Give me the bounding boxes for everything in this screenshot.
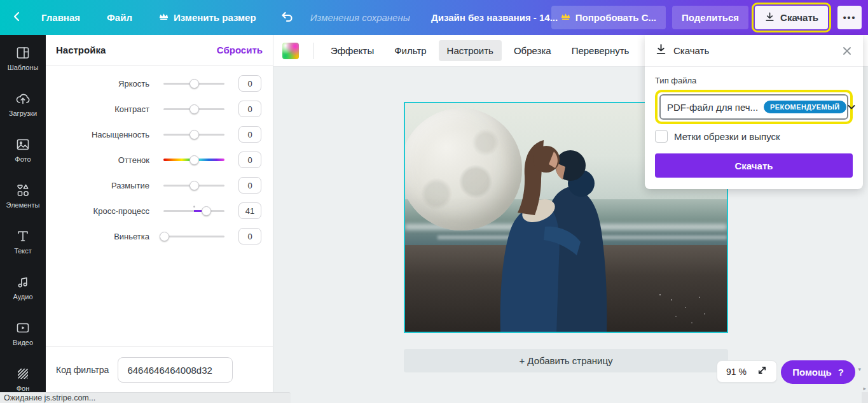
slider-row: Оттенок 0 <box>46 147 273 173</box>
close-icon[interactable] <box>841 45 853 57</box>
chevron-down-icon <box>846 102 857 112</box>
slider-label: Размытие <box>46 181 149 190</box>
slider[interactable] <box>163 206 224 216</box>
tab-crop[interactable]: Обрезка <box>506 40 560 61</box>
sidebar-item-text[interactable]: Текст <box>0 218 46 264</box>
slider-thumb[interactable] <box>189 79 199 88</box>
download-panel-header: Скачать <box>645 35 863 67</box>
file-menu-button[interactable]: Файл <box>93 0 146 35</box>
slider[interactable] <box>163 231 224 241</box>
adjust-panel: Настройка Сбросить Яркость 0 Контраст 0 … <box>46 35 273 393</box>
uploads-icon <box>15 91 31 106</box>
browser-status: Ожидание js.stripe.com... <box>0 392 291 403</box>
tab-adjust[interactable]: Настроить <box>439 40 502 61</box>
color-swatch[interactable] <box>282 43 299 59</box>
download-button[interactable]: Скачать <box>755 6 828 29</box>
more-options-button[interactable]: ••• <box>837 6 862 29</box>
resize-button[interactable]: Изменить размер <box>146 0 270 35</box>
slider-value[interactable]: 0 <box>238 152 261 168</box>
file-type-value: PDF-файл для печ... <box>667 102 758 113</box>
sidebar-item-photos[interactable]: Фото <box>0 127 46 173</box>
sidebar-item-audio[interactable]: Аудио <box>0 264 46 310</box>
recommended-badge: РЕКОМЕНДУЕМЫЙ <box>764 101 846 113</box>
slider-thumb[interactable] <box>202 206 211 216</box>
filter-code-label: Код фильтра <box>56 365 109 375</box>
adjust-panel-header: Настройка Сбросить <box>46 35 273 66</box>
slider-label: Насыщенность <box>46 130 149 139</box>
back-button[interactable] <box>11 0 28 35</box>
slider[interactable] <box>163 155 224 165</box>
slider[interactable] <box>163 129 224 139</box>
slider-origin-dot <box>193 206 195 208</box>
crown-icon <box>561 12 570 23</box>
scroll-right-arrow[interactable]: ▸ <box>863 385 866 392</box>
slider-label: Яркость <box>46 79 149 88</box>
file-type-select[interactable]: PDF-файл для печ... РЕКОМЕНДУЕМЫЙ <box>659 94 848 120</box>
slider-row: Насыщенность 0 <box>46 122 273 147</box>
video-icon <box>15 320 31 336</box>
help-button[interactable]: Помощь ? <box>781 360 855 384</box>
background-icon <box>15 366 31 381</box>
divider <box>313 43 313 59</box>
sliders: Яркость 0 Контраст 0 Насыщенность 0 <box>46 66 273 249</box>
fullscreen-icon[interactable] <box>757 365 768 378</box>
panel-title: Настройка <box>56 45 106 55</box>
photos-icon <box>15 137 31 152</box>
slider[interactable] <box>163 78 224 88</box>
slider-track[interactable] <box>163 236 224 237</box>
sidebar-item-elements[interactable]: Элементы <box>0 173 46 218</box>
photo-couple <box>483 130 623 333</box>
slider-thumb[interactable] <box>189 104 199 114</box>
tab-filter[interactable]: Фильтр <box>386 40 434 61</box>
filter-code-input[interactable] <box>118 357 233 383</box>
download-icon <box>764 11 775 24</box>
tab-flip[interactable]: Перевернуть <box>563 40 638 61</box>
question-mark: ? <box>838 367 844 378</box>
save-status: Изменения сохранены <box>310 12 410 23</box>
topbar-left: Главная Файл Изменить размер Изменения с… <box>0 0 410 35</box>
slider-value[interactable]: 0 <box>238 228 261 244</box>
filter-code-row: Код фильтра <box>46 346 273 393</box>
sidebar-item-video[interactable]: Видео <box>0 310 46 356</box>
topbar-right: Попробовать С... Поделиться Скачать ••• <box>551 0 862 35</box>
slider[interactable] <box>163 104 224 114</box>
slider-thumb[interactable] <box>189 130 199 139</box>
slider-thumb[interactable] <box>189 181 199 190</box>
add-page-button[interactable]: + Добавить страницу <box>404 349 728 372</box>
slider-value[interactable]: 0 <box>238 177 261 194</box>
zoom-control: 91 % <box>717 360 777 383</box>
slider-row: Кросс-процесс 41 <box>46 198 273 223</box>
sidebar-item-templates[interactable]: Шаблоны <box>0 35 46 81</box>
undo-button[interactable] <box>280 10 294 25</box>
slider-row: Контраст 0 <box>46 96 273 122</box>
reset-link[interactable]: Сбросить <box>217 45 263 55</box>
slider-thumb[interactable] <box>160 232 169 241</box>
more-icon: ••• <box>843 13 857 23</box>
download-confirm-button[interactable]: Скачать <box>655 153 853 178</box>
topbar: Главная Файл Изменить размер Изменения с… <box>0 0 868 35</box>
slider-value[interactable]: 0 <box>238 75 261 92</box>
slider-value[interactable]: 41 <box>238 202 261 219</box>
crop-marks-checkbox[interactable] <box>655 130 668 143</box>
share-button[interactable]: Поделиться <box>672 6 748 29</box>
tab-effects[interactable]: Эффекты <box>322 40 382 61</box>
zoom-level[interactable]: 91 % <box>726 367 747 377</box>
slider-row: Виньетка 0 <box>46 223 273 249</box>
try-pro-button[interactable]: Попробовать С... <box>551 6 666 29</box>
slider-row: Яркость 0 <box>46 71 273 96</box>
sidebar-item-background[interactable]: Фон <box>0 356 46 393</box>
crop-marks-option[interactable]: Метки обрезки и выпуск <box>655 130 853 143</box>
slider[interactable] <box>163 180 224 190</box>
slider-thumb[interactable] <box>189 155 199 165</box>
download-panel: Скачать Тип файла PDF-файл для печ... РЕ… <box>645 35 863 189</box>
scroll-down-arrow[interactable]: ▾ <box>858 366 861 372</box>
document-title[interactable]: Дизайн без названия - 14... <box>431 0 558 35</box>
slider-label: Контраст <box>46 104 149 114</box>
home-button[interactable]: Главная <box>28 0 93 35</box>
highlight-ring: PDF-файл для печ... РЕКОМЕНДУЕМЫЙ <box>655 90 853 124</box>
sidebar-item-uploads[interactable]: Загрузки <box>0 81 46 127</box>
slider-value[interactable]: 0 <box>238 126 261 143</box>
slider-value[interactable]: 0 <box>238 101 261 117</box>
text-icon <box>15 229 31 244</box>
download-panel-body: Тип файла PDF-файл для печ... РЕКОМЕНДУЕ… <box>645 67 863 189</box>
